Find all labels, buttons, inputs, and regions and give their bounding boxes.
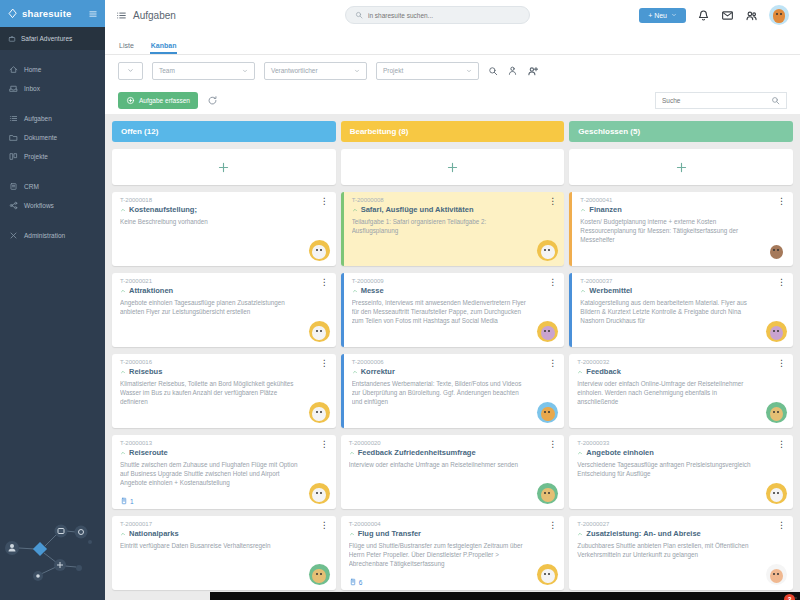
- task-card[interactable]: T-20000004Flug und Transfer⋮Flüge und Sh…: [341, 516, 565, 590]
- tab-liste[interactable]: Liste: [118, 38, 135, 54]
- priority-chevron-up-icon: [577, 531, 583, 537]
- task-card[interactable]: T-20000041Finanzen⋮Kosten/ Budgetplanung…: [569, 192, 793, 266]
- plus-icon: [675, 161, 688, 174]
- filter-bar: Team Verantwortlicher Projekt: [105, 55, 800, 86]
- filter-search-icon[interactable]: [488, 66, 498, 76]
- task-card[interactable]: T-20000021Attraktionen⋮Angebote einholen…: [112, 273, 336, 347]
- task-card[interactable]: T-20000009Messe⋮Presseinfo, Interviews m…: [341, 273, 565, 347]
- refresh-icon[interactable]: [207, 95, 218, 106]
- task-card[interactable]: T-20000013Reiseroute⋮Shuttle zwischen de…: [112, 435, 336, 509]
- task-description: Presseinfo, Interviews mit anwesenden Me…: [352, 298, 557, 325]
- task-card[interactable]: T-20000008Safari, Ausflüge und Aktivität…: [341, 192, 565, 266]
- task-id: T-20000041: [580, 197, 785, 203]
- task-id: T-20000018: [120, 197, 328, 203]
- card-menu-kebab-icon[interactable]: ⋮: [320, 277, 329, 287]
- assignee-avatar-zebra[interactable]: [537, 564, 558, 585]
- card-menu-kebab-icon[interactable]: ⋮: [320, 196, 329, 206]
- sidebar-item-projekte[interactable]: Projekte: [0, 147, 105, 166]
- assignee-avatar-zebra[interactable]: [309, 483, 330, 504]
- card-menu-kebab-icon[interactable]: ⋮: [777, 358, 786, 368]
- assignee-avatar-giraffe[interactable]: [766, 402, 787, 423]
- task-card[interactable]: T-20000033Angebote einholen⋮Verschiedene…: [569, 435, 793, 509]
- task-card[interactable]: T-20000018Kostenaufstellung;⋮Keine Besch…: [112, 192, 336, 266]
- task-description: Angebote einholen Tagesausflüge planen Z…: [120, 298, 328, 316]
- sidebar-item-aufgaben[interactable]: Aufgaben: [0, 109, 105, 128]
- sidebar-item-home[interactable]: Home: [0, 60, 105, 79]
- card-menu-kebab-icon[interactable]: ⋮: [320, 520, 329, 530]
- subtask-badge[interactable]: 6: [349, 578, 363, 586]
- task-description: Teilaufgabe 1: Safari organisieren Teila…: [352, 217, 557, 235]
- filter-toggle[interactable]: [118, 62, 143, 80]
- new-button[interactable]: + Neu: [639, 8, 686, 23]
- assignee-avatar-zebra[interactable]: [309, 321, 330, 342]
- card-menu-kebab-icon[interactable]: ⋮: [548, 196, 557, 206]
- task-description: Shuttle zwischen dem Zuhause und Flughaf…: [120, 460, 328, 487]
- task-description: Entstandenes Werbematerial: Texte, Bilde…: [352, 379, 557, 406]
- responsible-select[interactable]: Verantwortlicher: [264, 62, 367, 80]
- card-menu-kebab-icon[interactable]: ⋮: [548, 520, 557, 530]
- assignee-avatar-woman[interactable]: [766, 564, 787, 585]
- task-title: Werbemittel: [580, 286, 785, 295]
- user-avatar-fox[interactable]: [769, 5, 789, 25]
- task-card[interactable]: T-20000027Zusatzleistung: An- und Abreis…: [569, 516, 793, 590]
- card-menu-kebab-icon[interactable]: ⋮: [320, 358, 329, 368]
- sidebar-item-dokumente[interactable]: Dokumente: [0, 128, 105, 147]
- messages-mail-icon[interactable]: [721, 9, 734, 22]
- global-search[interactable]: [345, 6, 530, 24]
- assignee-avatar-zebra[interactable]: [766, 483, 787, 504]
- task-card[interactable]: T-20000037Werbemittel⋮Katalogerstellung …: [569, 273, 793, 347]
- kanban-column-offen: Offen (12)T-20000018Kostenaufstellung;⋮K…: [112, 121, 336, 600]
- tab-kanban[interactable]: Kanban: [150, 38, 178, 54]
- team-select[interactable]: Team: [152, 62, 255, 80]
- board-search-input[interactable]: [662, 97, 771, 104]
- task-card[interactable]: T-20000016Reisebus⋮Klimatisierter Reiseb…: [112, 354, 336, 428]
- task-card[interactable]: T-20000032Feedback⋮Interview oder einfac…: [569, 354, 793, 428]
- sidebar-item-workflows[interactable]: Workflows: [0, 196, 105, 215]
- document-icon: [349, 578, 357, 586]
- contacts-users-icon[interactable]: [745, 9, 758, 22]
- assignee-avatar-zebra[interactable]: [309, 402, 330, 423]
- assignee-avatar-lion[interactable]: [537, 402, 558, 423]
- assignee-avatar-giraffe[interactable]: [537, 483, 558, 504]
- assignee-avatar-monkey[interactable]: [766, 240, 787, 261]
- task-card[interactable]: T-20000017Nationalparks⋮Eintritt verfügb…: [112, 516, 336, 590]
- task-title: Angebote einholen: [577, 448, 785, 457]
- card-menu-kebab-icon[interactable]: ⋮: [777, 520, 786, 530]
- priority-chevron-up-icon: [120, 450, 126, 456]
- card-menu-kebab-icon[interactable]: ⋮: [777, 439, 786, 449]
- add-task-card[interactable]: [341, 149, 565, 185]
- project-select[interactable]: Projekt: [376, 62, 479, 80]
- card-menu-kebab-icon[interactable]: ⋮: [548, 439, 557, 449]
- chevron-down-icon: [671, 12, 677, 18]
- assignee-avatar-zebra[interactable]: [537, 240, 558, 261]
- assignee-avatar-hippo[interactable]: [537, 321, 558, 342]
- task-card[interactable]: T-20000006Korrektur⋮Entstandenes Werbema…: [341, 354, 565, 428]
- assignee-avatar-hippo[interactable]: [766, 321, 787, 342]
- assignee-avatar-giraffe[interactable]: [309, 564, 330, 585]
- person-add-icon[interactable]: [527, 65, 539, 77]
- subtask-badge[interactable]: 1: [120, 497, 134, 505]
- notifications-bell-icon[interactable]: [697, 9, 710, 22]
- board-search[interactable]: [655, 92, 787, 109]
- priority-chevron-up-icon: [352, 288, 358, 294]
- card-menu-kebab-icon[interactable]: ⋮: [777, 277, 786, 287]
- sidebar-menu-icon[interactable]: [88, 9, 98, 19]
- assignee-avatar-zebra[interactable]: [309, 240, 330, 261]
- sidebar-item-crm[interactable]: CRM: [0, 177, 105, 196]
- add-task-card[interactable]: [569, 149, 793, 185]
- create-task-button[interactable]: Aufgabe erfassen: [118, 92, 198, 109]
- assign-me-person-icon[interactable]: [507, 65, 518, 76]
- task-description: Keine Beschreibung vorhanden: [120, 217, 328, 226]
- search-icon: [355, 11, 363, 19]
- task-card[interactable]: T-20000020Feedback Zufriedenheitsumfrage…: [341, 435, 565, 509]
- card-menu-kebab-icon[interactable]: ⋮: [548, 358, 557, 368]
- global-search-input[interactable]: [368, 12, 520, 19]
- card-menu-kebab-icon[interactable]: ⋮: [548, 277, 557, 287]
- sidebar-item-inbox[interactable]: Inbox: [0, 79, 105, 98]
- add-task-card[interactable]: [112, 149, 336, 185]
- sidebar-item-administration[interactable]: Administration: [0, 226, 105, 245]
- tasks-icon: [9, 114, 18, 123]
- card-menu-kebab-icon[interactable]: ⋮: [777, 196, 786, 206]
- workspace-switcher[interactable]: Safari Adventures: [0, 27, 105, 50]
- card-menu-kebab-icon[interactable]: ⋮: [320, 439, 329, 449]
